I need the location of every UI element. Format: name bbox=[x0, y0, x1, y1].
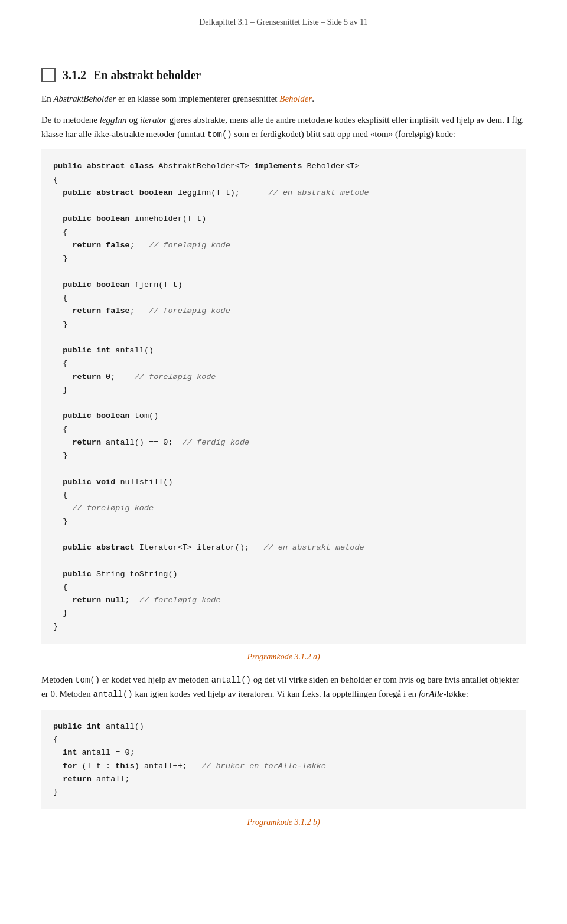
legginn-italic: leggInn bbox=[100, 115, 127, 125]
section-heading: En abstrakt beholder bbox=[93, 68, 201, 82]
abstrakt-beholder-italic: AbstraktBeholder bbox=[53, 94, 116, 103]
page-header: Delkapittel 3.1 – Grensesnittet Liste – … bbox=[41, 18, 526, 33]
code-block-1: public abstract class AbstraktBeholder<T… bbox=[41, 149, 526, 644]
section-number: 3.1.2 bbox=[63, 68, 86, 82]
code-caption-1-text: Programkode 3.1.2 a) bbox=[247, 652, 320, 661]
paragraph-after-code1: Metoden tom() er kodet ved hjelp av meto… bbox=[41, 672, 526, 701]
beholder-link: Beholder bbox=[279, 94, 312, 103]
code-caption-1: Programkode 3.1.2 a) bbox=[41, 652, 526, 662]
code-block-2: public int antall() { int antall = 0; fo… bbox=[41, 710, 526, 810]
header-separator bbox=[41, 51, 526, 51]
code-caption-2-text: Programkode 3.1.2 b) bbox=[247, 818, 320, 827]
antall-inline-2: antall() bbox=[93, 690, 132, 699]
page-container: Delkapittel 3.1 – Grensesnittet Liste – … bbox=[0, 0, 567, 924]
code-caption-2: Programkode 3.1.2 b) bbox=[41, 818, 526, 827]
header-text: Delkapittel 3.1 – Grensesnittet Liste – … bbox=[199, 18, 368, 27]
section-title: 3.1.2 En abstrakt beholder bbox=[41, 68, 526, 82]
tom-inline-2: tom() bbox=[75, 675, 100, 685]
paragraph-1: En AbstraktBeholder er en klasse som imp… bbox=[41, 92, 526, 106]
paragraph-2: De to metodene leggInn og iterator gjøre… bbox=[41, 113, 526, 141]
iterator-italic: iterator bbox=[140, 115, 167, 125]
section-icon bbox=[41, 68, 56, 82]
foralle-italic: forAlle bbox=[419, 689, 444, 698]
antall-inline-1: antall() bbox=[211, 675, 251, 685]
tom-code-inline: tom() bbox=[207, 130, 232, 139]
